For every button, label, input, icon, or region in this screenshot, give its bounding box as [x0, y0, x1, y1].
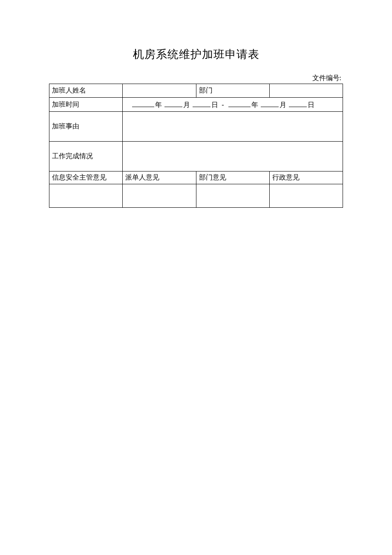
date-year-label-2: 年 [251, 101, 258, 108]
date-day1-blank[interactable] [193, 99, 210, 107]
label-time: 加班时间 [49, 98, 123, 112]
date-year1-blank[interactable] [132, 99, 154, 107]
date-separator: - [222, 101, 224, 108]
page-title: 机房系统维护加班申请表 [49, 47, 343, 62]
label-name: 加班人姓名 [49, 84, 123, 98]
label-completion: 工作完成情况 [49, 142, 123, 171]
value-dept-opinion[interactable] [196, 184, 269, 208]
label-dept-opinion: 部门意见 [196, 171, 269, 184]
document-page: 机房系统维护加班申请表 文件编号: 加班人姓名 部门 加班时间 年 月 日 - … [0, 0, 392, 208]
row-name-dept: 加班人姓名 部门 [49, 84, 343, 98]
label-admin-opinion: 行政意见 [269, 171, 343, 184]
date-day-label-1: 日 [211, 101, 218, 108]
date-year2-blank[interactable] [228, 99, 251, 107]
document-number-label: 文件编号: [49, 74, 343, 83]
row-opinion-headers: 信息安全主管意见 派单人意见 部门意见 行政意见 [49, 171, 343, 184]
date-month-label-1: 月 [183, 101, 190, 108]
application-form-table: 加班人姓名 部门 加班时间 年 月 日 - 年 月 日 加班事由 工作完成情况 [49, 84, 343, 208]
date-year-label-1: 年 [155, 101, 162, 108]
row-time: 加班时间 年 月 日 - 年 月 日 [49, 98, 343, 112]
date-day-label-2: 日 [308, 101, 314, 108]
date-month1-blank[interactable] [164, 99, 182, 107]
row-completion: 工作完成情况 [49, 142, 343, 171]
label-security-opinion: 信息安全主管意见 [49, 171, 123, 184]
label-dept: 部门 [196, 84, 269, 98]
value-admin-opinion[interactable] [269, 184, 343, 208]
row-reason: 加班事由 [49, 112, 343, 142]
value-dispatcher-opinion[interactable] [123, 184, 196, 208]
value-security-opinion[interactable] [49, 184, 123, 208]
label-reason: 加班事由 [49, 112, 123, 142]
value-name[interactable] [123, 84, 196, 98]
value-completion[interactable] [123, 142, 343, 171]
label-dispatcher-opinion: 派单人意见 [123, 171, 196, 184]
date-day2-blank[interactable] [289, 99, 307, 107]
value-reason[interactable] [123, 112, 343, 142]
value-dept[interactable] [269, 84, 343, 98]
date-month-label-2: 月 [280, 101, 286, 108]
row-opinion-values [49, 184, 343, 208]
value-time[interactable]: 年 月 日 - 年 月 日 [123, 98, 343, 112]
date-month2-blank[interactable] [261, 99, 279, 107]
